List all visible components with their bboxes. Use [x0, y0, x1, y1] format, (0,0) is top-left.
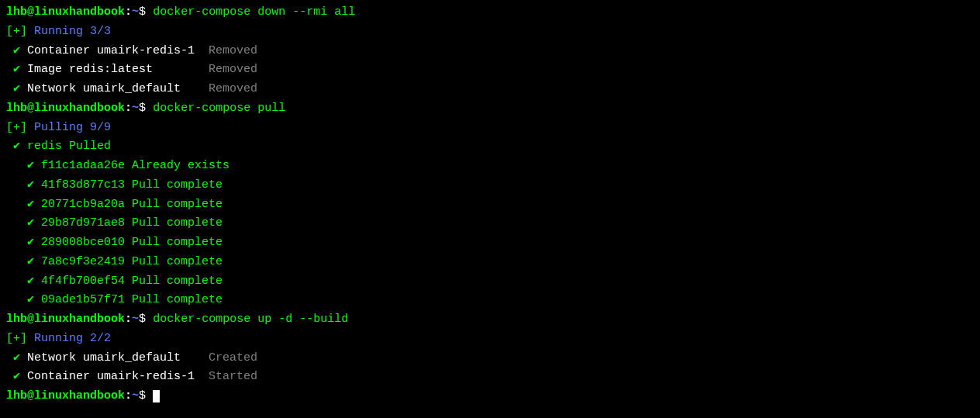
- check-icon: ✔: [27, 236, 34, 249]
- layer-text: 09ade1b57f71 Pull complete: [34, 293, 223, 306]
- down-item: ✔ Container umairk-redis-1 Removed: [6, 42, 974, 61]
- check-icon: ✔: [13, 63, 20, 76]
- prompt-dollar: $: [139, 5, 146, 19]
- down-item: ✔ Image redis:latest Removed: [6, 60, 974, 80]
- prompt-host: linuxhandbook: [34, 5, 125, 19]
- layer-text: 20771cb9a20a Pull complete: [34, 198, 223, 211]
- status-text: Started: [209, 370, 257, 383]
- check-icon: ✔: [27, 293, 34, 306]
- status-text: Created: [209, 351, 257, 364]
- status-text: Removed: [209, 44, 257, 57]
- check-icon: ✔: [13, 351, 20, 364]
- status-text: Removed: [209, 63, 257, 76]
- prompt-line-2: lhb@linuxhandbook:~$ docker-compose pull: [6, 99, 974, 119]
- check-icon: ✔: [13, 82, 20, 95]
- resource-name: Container umairk-redis-1: [20, 44, 209, 57]
- check-icon: ✔: [27, 198, 34, 211]
- check-icon: ✔: [13, 370, 20, 383]
- resource-name: Image redis:latest: [20, 63, 209, 76]
- prompt-colon: :: [125, 5, 132, 19]
- check-icon: ✔: [27, 159, 34, 172]
- prompt-at: @: [27, 5, 34, 19]
- layer-item: ✔ f11c1adaa26e Already exists: [6, 157, 974, 176]
- check-icon: ✔: [13, 44, 20, 57]
- running-header-1: [+] Running 3/3: [6, 22, 974, 42]
- check-icon: ✔: [27, 216, 34, 230]
- layer-item: ✔ 29b87d971ae8 Pull complete: [6, 214, 974, 233]
- check-icon: ✔: [27, 255, 34, 268]
- prompt-line-1: lhb@linuxhandbook:~$ docker-compose down…: [6, 3, 974, 22]
- resource-name: Network umairk_default: [20, 82, 209, 95]
- layer-text: 29b87d971ae8 Pull complete: [34, 216, 223, 230]
- cursor-icon: [153, 390, 160, 403]
- command-text: docker-compose pull: [153, 102, 285, 115]
- prompt-path: ~: [132, 5, 139, 19]
- layer-text: 4f4fb700ef54 Pull complete: [34, 275, 223, 288]
- layer-item: ✔ 20771cb9a20a Pull complete: [6, 195, 974, 215]
- prompt-line-3: lhb@linuxhandbook:~$ docker-compose up -…: [6, 310, 974, 330]
- check-icon: ✔: [27, 178, 34, 192]
- check-icon: ✔: [27, 275, 34, 288]
- layer-text: 41f83d877c13 Pull complete: [34, 178, 223, 192]
- prompt-line-4[interactable]: lhb@linuxhandbook:~$: [6, 387, 974, 406]
- layer-item: ✔ 289008bce010 Pull complete: [6, 233, 974, 253]
- pulling-header: [+] Pulling 9/9: [6, 119, 974, 138]
- down-item: ✔ Network umairk_default Removed: [6, 80, 974, 99]
- running-header-2: [+] Running 2/2: [6, 330, 974, 349]
- layer-item: ✔ 09ade1b57f71 Pull complete: [6, 291, 974, 310]
- layer-item: ✔ 7a8c9f3e2419 Pull complete: [6, 253, 974, 272]
- pull-root: ✔ redis Pulled: [6, 137, 974, 157]
- layer-item: ✔ 4f4fb700ef54 Pull complete: [6, 272, 974, 292]
- layer-item: ✔ 41f83d877c13 Pull complete: [6, 176, 974, 195]
- resource-name: Network umairk_default: [20, 351, 209, 364]
- up-item: ✔ Network umairk_default Created: [6, 349, 974, 368]
- status-text: Removed: [209, 82, 257, 95]
- command-text: docker-compose down --rmi all: [153, 5, 355, 19]
- command-text: docker-compose up -d --build: [153, 313, 348, 326]
- prompt-user: lhb: [6, 5, 27, 19]
- up-item: ✔ Container umairk-redis-1 Started: [6, 368, 974, 387]
- layer-text: 289008bce010 Pull complete: [34, 236, 223, 249]
- layer-text: 7a8c9f3e2419 Pull complete: [34, 255, 223, 268]
- resource-name: Container umairk-redis-1: [20, 370, 209, 383]
- layer-text: f11c1adaa26e Already exists: [34, 159, 229, 172]
